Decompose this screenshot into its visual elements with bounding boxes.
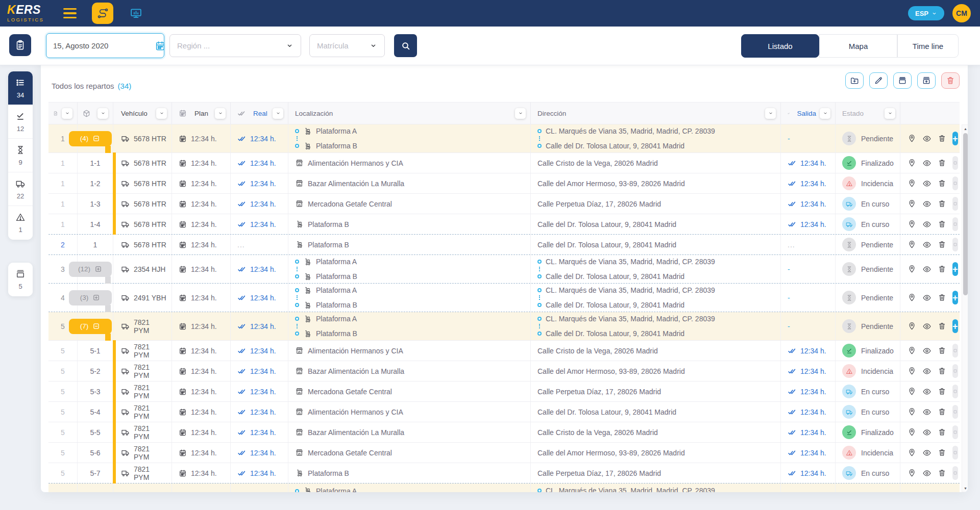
view-button[interactable] (922, 448, 932, 457)
view-button[interactable] (922, 293, 932, 302)
routes-nav-button[interactable] (92, 3, 113, 24)
view-button[interactable] (922, 134, 932, 143)
delete-row-button[interactable] (938, 407, 946, 416)
tab-timeline[interactable]: Time line (897, 34, 959, 58)
view-button[interactable] (922, 387, 932, 396)
view-button[interactable] (922, 240, 932, 249)
add-folder-button[interactable] (845, 72, 864, 89)
add-button[interactable]: + (952, 262, 958, 276)
scrollbar-thumb[interactable] (963, 133, 968, 295)
column-filter-dropdown[interactable] (765, 108, 776, 119)
table-row[interactable]: 55-37821 PYM12:34 h.12:34 h.Mercadona Ge… (48, 381, 960, 402)
delete-row-button[interactable] (938, 428, 946, 437)
table-row[interactable]: 11-25678 HTR12:34 h.12:34 h.Bazar Alimen… (48, 173, 960, 194)
table-row[interactable]: 1(4)5678 HTR12:34 h.12:34 h.Plataforma A… (48, 124, 960, 153)
table-row[interactable]: 11-35678 HTR12:34 h.12:34 h.Mercadona Ge… (48, 194, 960, 214)
delete-row-button[interactable] (938, 322, 946, 330)
sidebar-filter-archive[interactable]: 5 (8, 263, 33, 296)
app-logo[interactable]: KERS LOGISTICS (7, 4, 51, 22)
view-button[interactable] (922, 346, 932, 355)
group-toggle-badge[interactable]: (3) (69, 290, 112, 305)
view-button[interactable] (922, 428, 932, 437)
locate-button[interactable] (908, 159, 916, 167)
delete-row-button[interactable] (938, 220, 946, 228)
locate-button[interactable] (908, 448, 916, 457)
date-field[interactable] (46, 33, 164, 58)
group-toggle-badge[interactable]: (12) (69, 262, 112, 277)
view-button[interactable] (922, 179, 932, 188)
report-button[interactable] (9, 34, 31, 56)
search-button[interactable] (394, 34, 417, 57)
delete-row-button[interactable] (938, 387, 946, 396)
locate-button[interactable] (908, 199, 916, 208)
view-button[interactable] (922, 220, 932, 229)
column-filter-dropdown[interactable] (820, 108, 830, 119)
date-input[interactable] (53, 41, 155, 50)
locate-button[interactable] (908, 220, 916, 228)
locate-button[interactable] (908, 134, 916, 143)
view-button[interactable] (922, 407, 932, 417)
sidebar-filter-4[interactable]: 1 (8, 206, 33, 240)
table-row[interactable]: 55-77821 PYM12:34 h.12:34 h.Plataforma B… (48, 463, 960, 483)
table-row[interactable]: 215678 HTR12:34 h....Plataforma BCalle d… (48, 235, 960, 255)
locate-button[interactable] (908, 265, 916, 273)
locate-button[interactable] (908, 240, 916, 249)
table-row[interactable]: 55-27821 PYM12:34 h.12:34 h.Bazar Alimen… (48, 361, 960, 381)
view-button[interactable] (922, 199, 932, 209)
region-dropdown[interactable]: Región ... (169, 34, 301, 57)
locate-button[interactable] (908, 293, 916, 302)
locate-button[interactable] (908, 428, 916, 437)
locate-button[interactable] (908, 387, 916, 396)
delete-row-button[interactable] (938, 265, 946, 273)
sidebar-filter-3[interactable]: 22 (8, 172, 33, 206)
tab-mapa[interactable]: Mapa (819, 34, 897, 58)
table-row[interactable]: 4(3)2491 YBH12:34 h.12:34 h.Plataforma A… (48, 284, 960, 312)
sidebar-filter-1[interactable]: 12 (8, 105, 33, 139)
view-button[interactable] (922, 469, 932, 478)
vertical-scrollbar[interactable]: ▲ ▼ (962, 124, 968, 492)
scroll-down-arrow[interactable]: ▼ (962, 484, 968, 492)
add-button[interactable]: + (952, 319, 958, 333)
edit-button[interactable] (869, 72, 888, 89)
locate-button[interactable] (908, 179, 916, 188)
group-toggle-badge[interactable]: (4) (69, 131, 112, 146)
view-button[interactable] (922, 322, 932, 331)
view-button[interactable] (922, 265, 932, 274)
tab-listado[interactable]: Listado (741, 34, 819, 58)
delete-row-button[interactable] (938, 179, 946, 188)
view-button[interactable] (922, 159, 932, 168)
column-filter-dropdown[interactable] (215, 108, 226, 119)
column-filter-dropdown[interactable] (62, 108, 72, 119)
delete-row-button[interactable] (938, 159, 946, 167)
archive-button[interactable] (893, 72, 912, 89)
table-row[interactable]: 5(7)7821 PYM12:34 h.12:34 h.Plataforma A… (48, 312, 960, 341)
add-button[interactable]: + (952, 291, 958, 304)
delete-button[interactable] (941, 72, 960, 89)
table-row[interactable]: 55-17821 PYM12:34 h.12:34 h.Alimentación… (48, 341, 960, 361)
column-filter-dropdown[interactable] (156, 108, 167, 119)
column-filter-dropdown[interactable] (97, 108, 108, 119)
delete-row-button[interactable] (938, 134, 946, 143)
column-filter-dropdown[interactable] (885, 108, 895, 119)
table-row[interactable]: Plataforma APlataforma BCL. Marqués de V… (48, 483, 960, 492)
table-row[interactable]: 55-47821 PYM12:34 h.12:34 h.Alimentación… (48, 402, 960, 422)
locate-button[interactable] (908, 346, 916, 355)
view-button[interactable] (922, 367, 932, 376)
menu-icon[interactable] (63, 8, 77, 18)
locate-button[interactable] (908, 469, 916, 477)
matricula-dropdown[interactable]: Matrícula (309, 34, 385, 57)
locate-button[interactable] (908, 407, 916, 416)
calendar-icon[interactable] (155, 40, 166, 52)
archive-add-button[interactable] (917, 72, 936, 89)
column-filter-dropdown[interactable] (273, 108, 283, 119)
dashboard-nav-button[interactable] (130, 7, 142, 20)
column-filter-dropdown[interactable] (515, 108, 526, 119)
add-button[interactable]: + (952, 132, 958, 145)
sidebar-filter-0[interactable]: 34 (8, 71, 33, 105)
delete-row-button[interactable] (938, 240, 946, 249)
scroll-up-arrow[interactable]: ▲ (962, 125, 968, 132)
locate-button[interactable] (908, 322, 916, 330)
table-row[interactable]: 11-15678 HTR12:34 h.12:34 h.Alimentación… (48, 153, 960, 173)
language-selector[interactable]: ESP (908, 6, 944, 20)
table-row[interactable]: 55-57821 PYM12:34 h.12:34 h.Bazar Alimen… (48, 422, 960, 443)
